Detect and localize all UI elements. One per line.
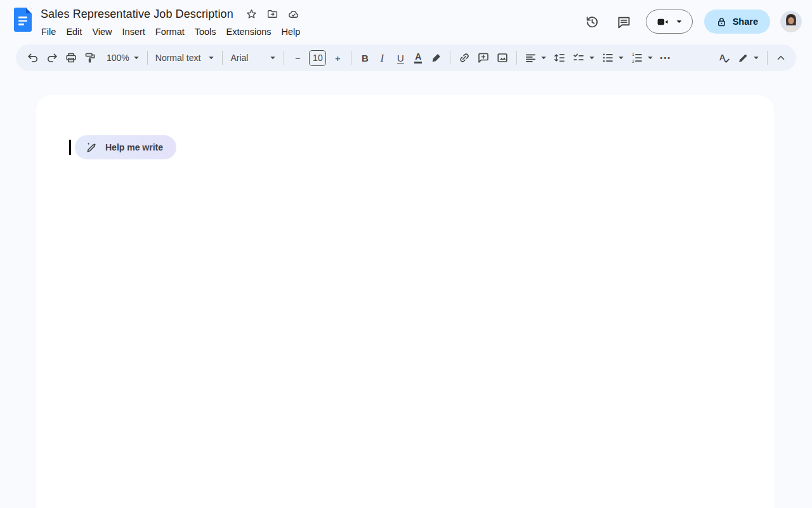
text-color-icon: A — [414, 52, 422, 64]
avatar[interactable] — [780, 11, 802, 32]
docs-logo[interactable] — [14, 8, 32, 32]
line-spacing-button[interactable] — [550, 48, 569, 67]
editing-mode-button[interactable] — [734, 48, 763, 67]
increase-font-size-button[interactable]: + — [329, 48, 346, 67]
bullet-list-icon — [601, 51, 614, 64]
help-me-write-button[interactable]: Help me write — [75, 135, 176, 159]
italic-button[interactable]: I — [374, 48, 391, 67]
bullet-list-button[interactable] — [598, 48, 627, 67]
divider — [516, 51, 517, 65]
document-title[interactable]: Sales Representative Job Description — [41, 8, 233, 21]
docs-logo-lines — [18, 17, 27, 27]
font-value: Arial — [230, 53, 248, 63]
caret-down-icon — [676, 20, 683, 24]
header: Sales Representative Job Description — [0, 0, 812, 42]
more-options-button[interactable]: ••• — [657, 48, 674, 67]
star-icon[interactable] — [246, 8, 258, 20]
toolbar-right-group: A — [714, 48, 790, 67]
zoom-value: 100% — [107, 53, 129, 63]
divider — [222, 51, 223, 65]
decrease-font-size-button[interactable]: − — [289, 48, 306, 67]
move-folder-icon[interactable] — [266, 8, 278, 20]
spell-check-button[interactable]: A — [714, 48, 734, 67]
text-color-button[interactable]: A — [409, 48, 427, 67]
insert-image-button[interactable] — [493, 48, 512, 67]
help-me-write-label: Help me write — [105, 142, 163, 152]
undo-button[interactable] — [23, 48, 43, 67]
bold-icon: B — [362, 53, 369, 63]
text-cursor — [69, 140, 71, 155]
document-page[interactable]: Help me write — [36, 95, 774, 508]
paint-format-button[interactable] — [81, 48, 100, 67]
link-icon — [458, 51, 471, 64]
menu-extensions[interactable]: Extensions — [221, 24, 277, 39]
svg-text:2: 2 — [632, 59, 635, 64]
share-button[interactable]: Share — [704, 10, 770, 34]
caret-down-icon — [753, 56, 759, 60]
video-call-button[interactable] — [646, 10, 693, 34]
spell-check-icon: A — [717, 51, 731, 65]
hide-menus-button[interactable] — [772, 48, 790, 67]
menu-tools[interactable]: Tools — [190, 24, 221, 39]
cloud-saved-icon[interactable] — [287, 8, 299, 20]
video-camera-icon — [656, 15, 669, 29]
paint-format-icon — [84, 51, 96, 64]
highlighter-icon — [430, 52, 442, 64]
add-comment-icon — [477, 51, 490, 64]
add-comment-button[interactable] — [474, 48, 493, 67]
caret-down-icon — [647, 56, 653, 60]
pen-mode-icon — [737, 52, 749, 64]
menu-help[interactable]: Help — [277, 24, 306, 39]
paragraph-style-select[interactable]: Normal text — [152, 48, 218, 67]
comments-icon — [617, 15, 631, 29]
font-size-input[interactable]: 10 — [309, 50, 326, 66]
divider — [450, 51, 450, 65]
caret-down-icon — [270, 56, 276, 60]
numbered-list-icon: 1 2 — [631, 51, 643, 64]
style-value: Normal text — [155, 53, 201, 63]
divider — [767, 51, 768, 65]
undo-icon — [27, 51, 39, 64]
divider — [147, 51, 148, 65]
line-spacing-icon — [553, 51, 566, 64]
caret-down-icon — [589, 56, 595, 60]
divider — [351, 51, 351, 65]
checklist-icon — [572, 51, 585, 64]
share-label: Share — [733, 17, 758, 27]
title-block: Sales Representative Job Description — [41, 6, 305, 39]
divider — [284, 51, 284, 65]
checklist-button[interactable] — [569, 48, 598, 67]
menu-insert[interactable]: Insert — [117, 24, 150, 39]
highlight-color-button[interactable] — [427, 48, 445, 67]
redo-button[interactable] — [43, 48, 62, 67]
version-history-button[interactable] — [580, 9, 605, 34]
menu-file[interactable]: File — [36, 24, 61, 39]
font-select[interactable]: Arial — [227, 48, 279, 67]
menu-format[interactable]: Format — [150, 24, 190, 39]
minus-icon: − — [295, 53, 301, 63]
caret-down-icon — [540, 56, 547, 60]
magic-pencil-icon — [86, 141, 98, 154]
underline-button[interactable]: U — [391, 48, 409, 67]
menu-view[interactable]: View — [87, 24, 117, 39]
comments-button[interactable] — [612, 9, 637, 34]
caret-down-icon — [133, 56, 140, 60]
print-icon — [65, 51, 77, 64]
align-button[interactable] — [521, 48, 550, 67]
version-history-icon — [585, 15, 599, 29]
underline-icon: U — [397, 53, 404, 63]
insert-image-icon — [496, 51, 509, 64]
header-actions: Share — [580, 6, 802, 34]
print-button[interactable] — [62, 48, 81, 67]
caret-down-icon — [618, 56, 624, 60]
menu-edit[interactable]: Edit — [61, 24, 87, 39]
lock-icon — [716, 17, 727, 27]
svg-text:1: 1 — [632, 52, 635, 57]
italic-icon: I — [381, 53, 386, 64]
bold-button[interactable]: B — [356, 48, 374, 67]
insert-link-button[interactable] — [455, 48, 474, 67]
numbered-list-button[interactable]: 1 2 — [627, 48, 657, 67]
plus-icon: + — [335, 53, 341, 63]
collapse-icon — [775, 52, 787, 64]
zoom-select[interactable]: 100% — [103, 48, 143, 67]
